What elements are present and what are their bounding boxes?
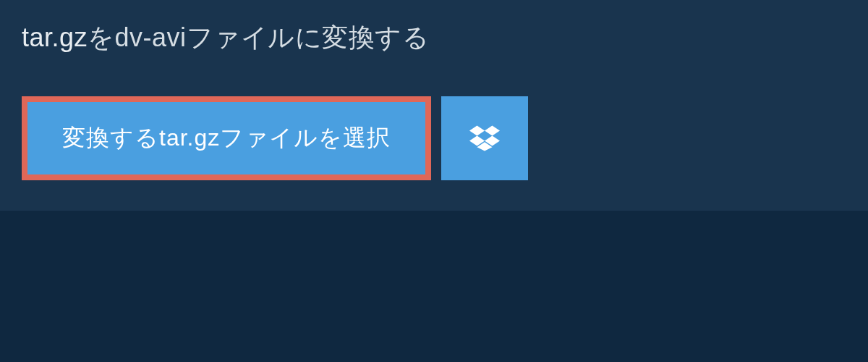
title-bar: tar.gzをdv-aviファイルに変換する xyxy=(0,0,557,75)
title-suffix: ファイルに変換する xyxy=(187,22,430,52)
select-file-button[interactable]: 変換するtar.gzファイルを選択 xyxy=(22,96,431,180)
select-button-prefix: 変換する xyxy=(62,125,159,151)
title-source-format: tar.gz xyxy=(22,22,88,52)
select-button-format: tar.gz xyxy=(159,125,220,151)
select-button-suffix: ファイルを選択 xyxy=(220,125,391,151)
button-row: 変換するtar.gzファイルを選択 xyxy=(0,75,868,211)
title-middle: を xyxy=(88,22,115,52)
dropbox-icon xyxy=(469,125,500,152)
title-target-format: dv-avi xyxy=(115,22,187,52)
page-title: tar.gzをdv-aviファイルに変換する xyxy=(22,20,535,56)
conversion-panel: tar.gzをdv-aviファイルに変換する 変換するtar.gzファイルを選択 xyxy=(0,0,868,211)
dropbox-button[interactable] xyxy=(441,96,528,180)
